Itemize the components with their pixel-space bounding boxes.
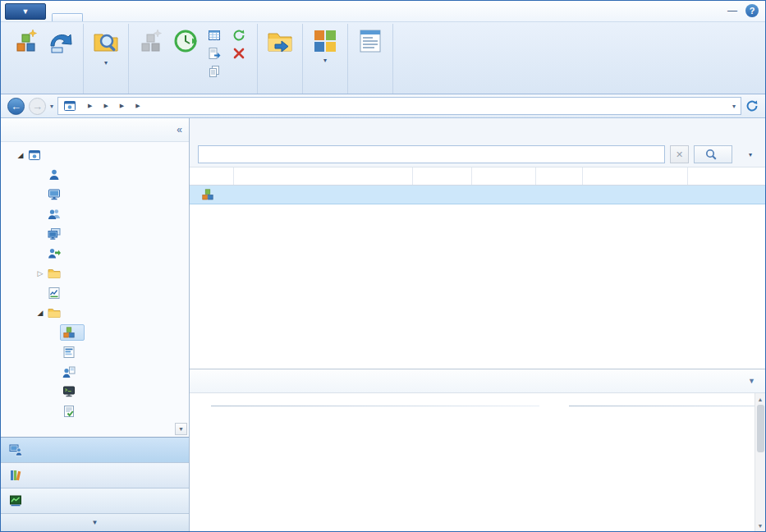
arrow-right-icon: → [32, 101, 43, 112]
clear-search-button[interactable]: ✕ [670, 145, 689, 163]
sidebar-item-overview[interactable]: ◢ [1, 145, 189, 165]
refresh-node-icon[interactable] [745, 99, 759, 112]
sidebar-item-user-state-migration[interactable] [1, 244, 189, 264]
sidebar-item-devices[interactable] [1, 185, 189, 204]
collapse-details-icon[interactable]: ▼ [748, 377, 755, 385]
properties-icon [357, 28, 383, 54]
sidebar-item-compliance-policies[interactable] [1, 401, 189, 421]
expander-closed-icon[interactable]: ▷ [35, 269, 45, 277]
workspace-more-button[interactable]: ▼ [1, 514, 189, 531]
tab-home[interactable] [52, 13, 83, 21]
sidebar-item-user-data-and-profiles[interactable] [1, 362, 189, 382]
properties-button[interactable] [353, 25, 388, 59]
sidebar-item-configuration-baselines[interactable] [1, 342, 189, 362]
expander-open-icon[interactable]: ◢ [16, 151, 25, 159]
section-divider [211, 406, 539, 406]
view-xml-definition-button[interactable] [204, 28, 227, 43]
minimize-ribbon-icon[interactable]: — [727, 6, 737, 16]
monitoring-icon [9, 494, 22, 507]
back-button[interactable]: ← [7, 98, 25, 115]
user-data-profiles-icon [62, 365, 76, 378]
tab-strip: ▼ — ? [1, 1, 765, 22]
scroll-down-icon[interactable]: ▼ [755, 520, 766, 531]
list-empty-area [190, 204, 765, 369]
chevron-right-icon[interactable]: ▶ [135, 103, 140, 109]
software-library-icon [9, 469, 22, 482]
export-icon [208, 47, 221, 60]
classify-icon [312, 28, 338, 54]
details-scrollbar[interactable]: ▲ ▼ [755, 393, 765, 531]
details-pane: ▼ [190, 369, 765, 531]
saved-searches-button[interactable]: ▾ [89, 25, 123, 70]
delete-button[interactable] [229, 46, 252, 61]
column-header-date-modified[interactable] [583, 167, 688, 185]
chevron-right-icon[interactable]: ▶ [120, 103, 124, 109]
ribbon-group-classify: ▾ [303, 24, 348, 94]
workspace-software-library[interactable] [1, 463, 189, 488]
forward-button[interactable]: → [29, 98, 46, 115]
chevron-right-icon[interactable]: ▶ [88, 103, 92, 109]
breadcrumb[interactable]: ▶ ▶ ▶ ▶ ▾ [57, 97, 741, 115]
device-collections-icon [48, 227, 61, 241]
app-menu-button[interactable]: ▼ [5, 3, 46, 20]
sidebar-item-compliance-settings[interactable]: ◢ [1, 303, 189, 323]
column-header-type[interactable] [413, 167, 472, 185]
create-configuration-item-button[interactable] [9, 25, 44, 59]
copy-button[interactable] [204, 64, 227, 79]
workspace-monitoring[interactable] [1, 488, 189, 514]
chevron-right-icon[interactable]: ▶ [103, 103, 108, 109]
details-title-bar: ▼ [190, 369, 765, 393]
tab-folder[interactable] [83, 14, 112, 21]
configuration-item-icon [201, 188, 214, 201]
ribbon-group-configuration-item [129, 24, 258, 94]
tree-scroll-down-button[interactable]: ▼ [175, 423, 187, 435]
refresh-button[interactable] [229, 28, 252, 43]
details-status-section [569, 403, 766, 531]
ribbon-group-search: ▾ [84, 24, 129, 94]
sidebar-item-configuration-items[interactable] [1, 323, 189, 342]
column-header-name[interactable] [234, 167, 413, 185]
create-child-configuration-item-button[interactable] [134, 25, 168, 59]
sidebar-item-users[interactable] [1, 165, 189, 185]
classify-button[interactable]: ▾ [308, 25, 342, 66]
revision-history-button[interactable] [168, 25, 203, 59]
overview-icon [28, 149, 41, 162]
column-header-revision[interactable] [536, 167, 583, 185]
workspace-buttons: ▼ [1, 437, 189, 531]
copy-icon [208, 65, 221, 78]
software-metering-icon [48, 287, 61, 300]
assets-compliance-icon [9, 443, 22, 456]
expander-open-icon[interactable]: ◢ [35, 309, 45, 317]
delete-icon [232, 47, 245, 60]
move-button[interactable] [263, 25, 297, 59]
sidebar-item-remote-connection-profiles[interactable] [1, 382, 189, 401]
collapse-sidebar-icon[interactable]: « [177, 124, 182, 135]
workspace-assets-and-compliance[interactable] [1, 438, 189, 463]
export-button[interactable] [204, 46, 227, 61]
content-area: « ◢ [1, 118, 765, 531]
help-icon[interactable]: ? [745, 4, 759, 17]
breadcrumb-dropdown-icon[interactable]: ▾ [732, 103, 736, 110]
sidebar-item-device-collections[interactable] [1, 224, 189, 244]
import-configuration-data-icon [48, 28, 74, 54]
scroll-up-icon[interactable]: ▲ [755, 393, 766, 405]
scrollbar-thumb[interactable] [757, 405, 764, 452]
nav-history-dropdown-icon[interactable]: ▾ [50, 103, 53, 110]
user-state-migration-icon [48, 247, 61, 260]
sidebar-item-user-collections[interactable] [1, 204, 189, 224]
sidebar-item-software-metering[interactable] [1, 283, 189, 303]
column-header-device-type[interactable] [472, 167, 536, 185]
revision-history-icon [172, 28, 199, 54]
table-row[interactable] [190, 186, 765, 204]
import-configuration-data-button[interactable] [44, 25, 78, 59]
column-header-icon[interactable] [190, 167, 234, 185]
ribbon: ▾ [1, 22, 765, 94]
search-input[interactable] [198, 145, 665, 163]
view-xml-definition-icon [208, 29, 221, 42]
details-body: ▲ ▼ [190, 393, 765, 531]
app-window: ▼ — ? ▾ [0, 0, 766, 532]
search-button[interactable] [694, 145, 732, 163]
add-criteria-button[interactable]: ▾ [745, 151, 752, 158]
button-label: ▾ [104, 57, 108, 67]
sidebar-item-asset-intelligence[interactable]: ▷ [1, 264, 189, 283]
